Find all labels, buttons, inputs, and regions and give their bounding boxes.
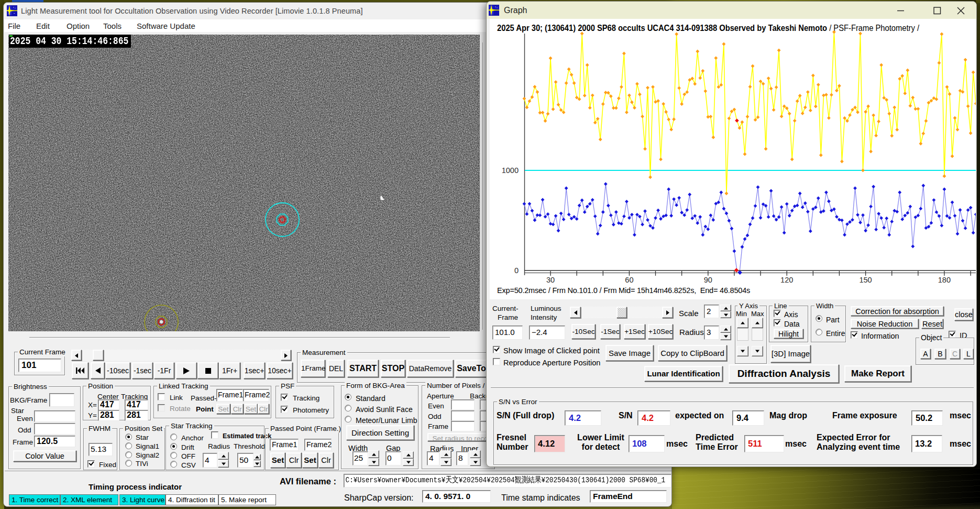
svg-text:30: 30 (546, 276, 555, 284)
svg-text:60: 60 (625, 276, 633, 284)
svg-text:180: 180 (938, 276, 951, 284)
svg-text:Exp=50.2msec / Frm No.101.0 /: Exp=50.2msec / Frm No.101.0 / Frm Mid= 1… (497, 286, 750, 295)
svg-text:2025 Apr 30; (130641) 2000 SP6: 2025 Apr 30; (130641) 2000 SP68 occults … (497, 23, 919, 33)
svg-text:1000: 1000 (502, 166, 519, 175)
svg-text:120: 120 (780, 276, 793, 284)
svg-text:90: 90 (704, 276, 712, 284)
svg-text:0: 0 (514, 266, 519, 275)
svg-text:150: 150 (859, 276, 872, 284)
